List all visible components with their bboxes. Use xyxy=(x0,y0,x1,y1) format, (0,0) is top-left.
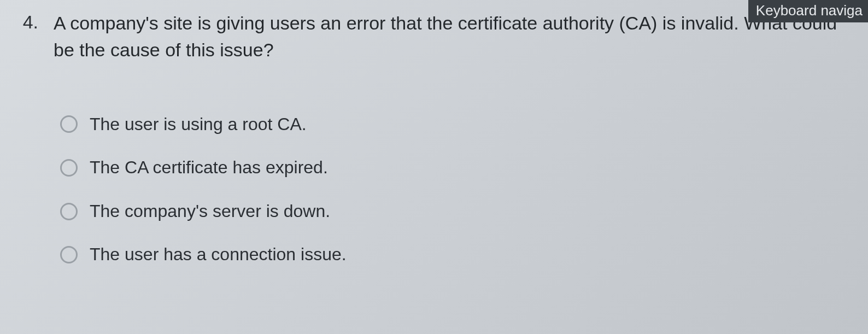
option-label: The CA certificate has expired. xyxy=(90,156,328,179)
radio-icon[interactable] xyxy=(60,115,78,133)
option-row[interactable]: The user is using a root CA. xyxy=(60,113,868,136)
option-label: The user is using a root CA. xyxy=(90,113,307,136)
radio-icon[interactable] xyxy=(60,203,78,220)
option-row[interactable]: The company's server is down. xyxy=(60,200,868,223)
option-row[interactable]: The user has a connection issue. xyxy=(60,243,868,266)
question-number: 4. xyxy=(16,10,38,64)
question-text: A company's site is giving users an erro… xyxy=(54,10,852,64)
radio-icon[interactable] xyxy=(60,159,78,177)
question-block: 4. A company's site is giving users an e… xyxy=(0,0,868,64)
options-list: The user is using a root CA. The CA cert… xyxy=(0,113,868,266)
radio-icon[interactable] xyxy=(60,246,78,263)
option-label: The user has a connection issue. xyxy=(90,243,347,266)
keyboard-nav-badge[interactable]: Keyboard naviga xyxy=(748,0,868,22)
option-row[interactable]: The CA certificate has expired. xyxy=(60,156,868,179)
option-label: The company's server is down. xyxy=(90,200,330,223)
